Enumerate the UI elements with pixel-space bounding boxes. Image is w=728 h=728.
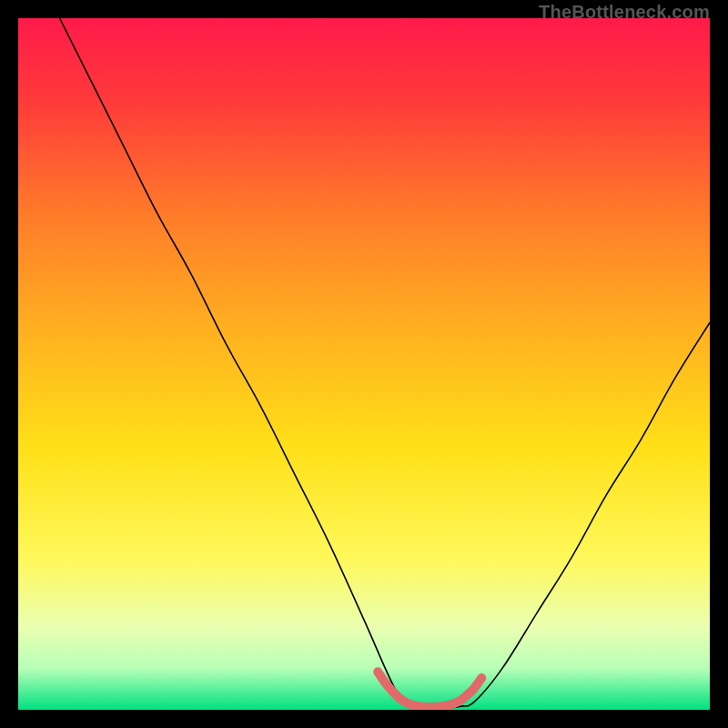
- optimal-band-marker: [378, 672, 481, 707]
- plot-area: [18, 18, 710, 710]
- curve-layer: [18, 18, 710, 710]
- bottleneck-curve: [60, 18, 710, 708]
- chart-container: TheBottleneck.com: [0, 0, 728, 728]
